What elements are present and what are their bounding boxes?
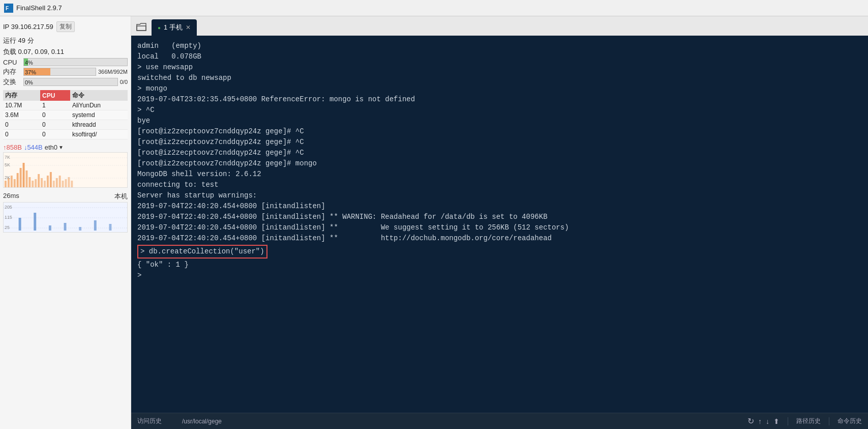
copy-button[interactable]: 复制: [56, 21, 75, 32]
svg-rect-39: [94, 220, 97, 231]
cpu-percent: 4%: [25, 59, 33, 66]
swap-percent: 0%: [25, 78, 33, 86]
svg-rect-10: [20, 168, 22, 188]
history-label[interactable]: 访问历史: [137, 417, 162, 425]
tab-close-icon[interactable]: ✕: [186, 24, 191, 31]
tab-1[interactable]: ● 1 手机 ✕: [152, 19, 197, 36]
terminal-line: connecting to: test: [137, 180, 862, 190]
app-icon: F: [4, 4, 13, 13]
svg-rect-40: [109, 224, 111, 231]
svg-rect-5: [5, 181, 7, 188]
svg-text:F: F: [6, 6, 9, 11]
transfer-icon[interactable]: ⬆: [773, 417, 780, 425]
cmd-history-label[interactable]: 命令历史: [837, 417, 862, 425]
proc-header-cpu[interactable]: CPU: [40, 90, 70, 101]
net-up: ↑858B: [3, 144, 22, 151]
uptime-row: 运行 49 分: [3, 35, 128, 46]
terminal-line: [root@iz2zecptoovz7cnddqyp24z gege]# ^C: [137, 137, 862, 148]
svg-text:5K: 5K: [5, 162, 10, 167]
status-divider: [788, 417, 788, 425]
svg-text:115: 115: [5, 215, 12, 220]
net-header: ↑858B ↓544B eth0 ▼: [3, 144, 128, 151]
sidebar: IP 39.106.217.59 复制 运行 49 分 负载 0.07, 0.0…: [0, 16, 131, 429]
proc-cmd: kthreadd: [70, 120, 128, 130]
svg-text:2K: 2K: [5, 175, 10, 180]
terminal-line: Server has startup warnings:: [137, 190, 862, 201]
svg-rect-27: [71, 181, 73, 188]
svg-text:25: 25: [5, 225, 10, 230]
proc-cpu: 0: [40, 110, 70, 120]
svg-rect-20: [50, 172, 52, 188]
svg-rect-21: [53, 181, 55, 188]
svg-rect-23: [59, 176, 61, 188]
svg-rect-12: [25, 170, 27, 188]
ip-label: IP 39.106.217.59: [3, 23, 53, 31]
proc-mem: 0: [3, 120, 40, 130]
app-title: FinalShell 2.9.7: [16, 4, 62, 12]
proc-cpu: 1: [40, 101, 70, 110]
svg-text:205: 205: [5, 205, 12, 210]
mem-detail: 366M/992M: [98, 69, 128, 75]
status-divider-2: [829, 417, 829, 425]
terminal-line: 2019-07-04T22:40:20.454+0800 [initandlis…: [137, 222, 862, 233]
upload-icon[interactable]: ↑: [758, 417, 762, 425]
result-line: { "ok" : 1 }: [137, 260, 862, 270]
svg-rect-24: [62, 181, 64, 188]
process-table: 内存 CPU 命令 10.7M 1 AliYunDun 3.6M 0 syste…: [3, 90, 128, 139]
latency-header: 26ms 本机: [3, 192, 128, 201]
download-icon[interactable]: ↓: [766, 417, 769, 425]
terminal-line: 2019-07-04T23:02:35.495+0800 ReferenceEr…: [137, 94, 862, 105]
swap-detail: 0/0: [120, 79, 128, 85]
svg-rect-9: [17, 173, 19, 188]
proc-header-cmd[interactable]: 命令: [70, 90, 128, 101]
highlighted-command-line: > db.createCollection("user"): [137, 244, 862, 260]
ip-section: IP 39.106.217.59 复制: [3, 20, 128, 33]
terminal-line: > mongo: [137, 83, 862, 94]
terminal-line: [root@iz2zecptoovz7cnddqyp24z gege]# ^C: [137, 126, 862, 137]
mem-bar-row: 内存 37% 366M/992M: [3, 67, 128, 76]
tab-label: 1 手机: [164, 23, 183, 32]
svg-rect-37: [64, 223, 67, 231]
proc-cmd: AliYunDun: [70, 101, 128, 110]
terminal-line: [root@iz2zecptoovz7cnddqyp24z gege]# ^C: [137, 148, 862, 158]
titlebar: F FinalShell 2.9.7: [0, 0, 868, 16]
terminal-area: ● 1 手机 ✕ admin (empty)local 0.078GB> use…: [131, 16, 868, 429]
terminal-line: bye: [137, 116, 862, 126]
table-row: 10.7M 1 AliYunDun: [3, 101, 128, 110]
svg-rect-22: [56, 178, 58, 188]
folder-icon[interactable]: [133, 19, 149, 36]
highlighted-command: > db.createCollection("user"): [140, 247, 264, 255]
status-bar: 访问历史 /usr/local/gege ↻ ↑ ↓ ⬆ 路径历史 命令历史: [131, 413, 868, 429]
terminal-line: local 0.078GB: [137, 51, 862, 62]
refresh-icon[interactable]: ↻: [747, 416, 754, 426]
latency-ms: 26ms: [3, 192, 19, 201]
proc-header-mem[interactable]: 内存: [3, 90, 40, 101]
mem-bar: 37%: [23, 68, 96, 76]
load-label: 负载 0.07, 0.09, 0.11: [3, 47, 64, 56]
cpu-bar-row: CPU 4%: [3, 58, 128, 66]
terminal-content[interactable]: admin (empty)local 0.078GB> use newsapps…: [131, 37, 868, 413]
table-row: 0 0 kthreadd: [3, 120, 128, 130]
latency-chart: 205 115 25: [3, 202, 128, 233]
svg-rect-15: [35, 179, 37, 188]
path-history-label[interactable]: 路径历史: [796, 417, 821, 425]
proc-cmd: ksoftirqd/: [70, 130, 128, 139]
tab-bar: ● 1 手机 ✕: [131, 16, 868, 37]
svg-text:7K: 7K: [5, 155, 10, 160]
svg-rect-36: [49, 225, 51, 231]
svg-rect-35: [34, 213, 36, 231]
net-arrow: ▼: [58, 145, 64, 150]
load-row: 负载 0.07, 0.09, 0.11: [3, 46, 128, 58]
svg-rect-26: [68, 177, 70, 188]
terminal-line: > ^C: [137, 105, 862, 116]
terminal-line: switched to db newsapp: [137, 73, 862, 83]
svg-rect-17: [41, 178, 43, 188]
svg-rect-11: [23, 163, 25, 188]
svg-rect-18: [44, 181, 46, 188]
table-row: 0 0 ksoftirqd/: [3, 130, 128, 139]
terminal-line: 2019-07-04T22:40:20.454+0800 [initandlis…: [137, 212, 862, 222]
svg-rect-8: [14, 179, 16, 188]
net-chart: 7K 5K 2K: [3, 152, 128, 188]
proc-mem: 3.6M: [3, 110, 40, 120]
svg-rect-14: [32, 181, 34, 188]
